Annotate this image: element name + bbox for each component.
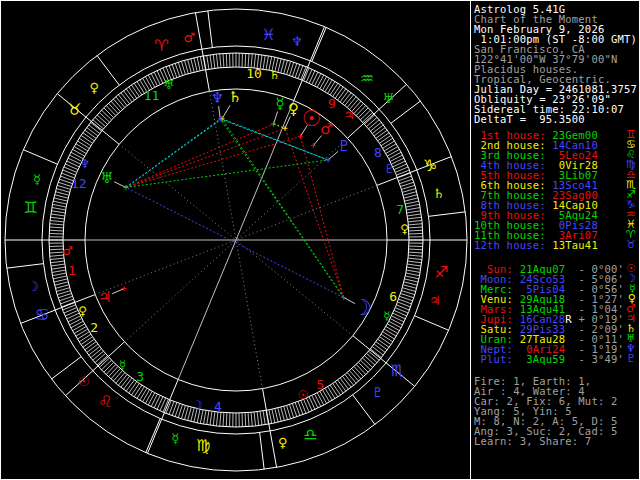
zodiac-sign-icon: ♑ — [423, 156, 437, 175]
axis-line — [178, 240, 236, 379]
planet-pointer — [112, 289, 124, 294]
house-number: 8 — [374, 145, 382, 160]
house-label: 12th house: — [474, 239, 552, 251]
sign-ruler-icon: ♀ — [278, 435, 288, 450]
pluto-icon: ♇ — [337, 137, 350, 155]
cusp-line-inner — [95, 240, 236, 295]
house-number: 4 — [214, 399, 222, 414]
zodiac-sign-icon: ♓ — [261, 25, 275, 44]
square-aspect-line — [126, 124, 274, 187]
mars-icon: ♂ — [320, 120, 333, 138]
sign-ruler-icon: ♂ — [183, 30, 195, 45]
cusp-line-inner — [236, 185, 377, 240]
planet-pointer — [222, 105, 230, 119]
zodiac-sign-icon: ♋ — [35, 305, 49, 324]
sign-ruler-icon: ☽ — [28, 279, 40, 294]
zodiac-sign-icon: ♉ — [67, 100, 81, 119]
opposition-aspect-line — [126, 187, 344, 297]
house-number: 9 — [328, 96, 336, 111]
house-number: 11 — [144, 88, 160, 103]
uranus-icon: ♅ — [100, 169, 113, 187]
cusp-line-inner — [236, 240, 263, 389]
stats-line: Learn: 3, Share: 7 — [474, 436, 636, 446]
planet-pointer — [274, 112, 278, 124]
house-number: 6 — [389, 289, 397, 304]
planet-pointer — [114, 182, 126, 188]
cusp-line-outer — [263, 389, 277, 468]
planet-position-value: 3Aqu59 — [520, 353, 566, 365]
house-number: 5 — [317, 377, 325, 392]
cusp-line-inner — [209, 91, 236, 240]
sun-icon: ☉ — [302, 106, 322, 131]
house-number: 3 — [136, 369, 144, 384]
cusp-line-inner — [119, 144, 236, 240]
zodiac-sign-icon: ♎ — [303, 425, 317, 444]
house-ruler-icon: ♇ — [384, 162, 395, 176]
house-number: 12 — [71, 176, 87, 191]
sign-ruler-icon: ☉ — [78, 374, 90, 389]
zodiac-sign-icon: ♐ — [434, 263, 448, 282]
planet-icon: ♇ — [626, 354, 636, 364]
house-number: 10 — [246, 66, 262, 81]
sign-ruler-icon: ♃ — [429, 293, 441, 308]
sign-ruler-icon: ☿ — [171, 431, 179, 446]
house-ruler-icon: ♀ — [78, 304, 87, 318]
planet-list: Sun: 21Aqu07 - 0°00'☉ Moon: 24Sco53 - 5°… — [474, 264, 636, 364]
sign-ruler-icon: ♄ — [433, 186, 445, 201]
house-ruler-icon: ☽ — [192, 398, 203, 412]
planets: ☉☽☿♀♂♃♄♅♆♇ — [98, 88, 372, 320]
cusp-line-inner — [236, 138, 348, 240]
mercury-icon: ☿ — [275, 95, 284, 113]
chart-wheel: ☉☽☿♀♂♃♄♅♆♇1♂2♀3☿4☽5☉6☿7♀8♇9♃10♄11♅12♆♈♂♉… — [0, 0, 470, 480]
header-line: DeltaT = 95.3500 — [474, 114, 636, 124]
zodiac-sign-icon: ♈ — [154, 36, 168, 55]
element-stats: Fire: 1, Earth: 1,Air : 4, Water: 4Car: … — [474, 376, 636, 446]
house-ruler-icon: ♃ — [344, 108, 355, 122]
house-ruler-icon: ♀ — [400, 222, 409, 236]
zodiac-sign-icon: ♏ — [390, 361, 404, 380]
sign-ruler-icon: ☿ — [33, 172, 41, 187]
house-row: 12th house: 13Tau41♉ — [474, 240, 636, 250]
house-ruler-icon: ♂ — [62, 244, 73, 258]
house-number: 2 — [90, 320, 98, 335]
chart-header: Astrolog 5.41GChart of the MomentMon Feb… — [474, 0, 636, 124]
square-aspect-line — [126, 136, 301, 187]
house-ruler-icon: ♅ — [163, 78, 174, 92]
house-list: 1st house: 23Gem00♊ 2nd house: 14Can10♋ … — [474, 130, 636, 250]
house-cusp-lines — [5, 13, 467, 468]
planet-pointer — [285, 116, 290, 128]
zodiac-sign-icon: ♍ — [196, 436, 210, 455]
trine-aspect-line — [126, 160, 328, 187]
house-number: 1 — [68, 263, 76, 278]
house-cusp-value: 13Tau41 — [552, 239, 598, 251]
zodiac-sign-icon: ♊ — [23, 198, 37, 217]
zodiac-sign-icon: ♒ — [360, 69, 374, 88]
planet-row: Plut: 3Aqu59 - 3°49'♇ — [474, 354, 636, 364]
planet-latitude-value: - 3°49' — [578, 353, 624, 365]
neptune-icon: ♆ — [211, 89, 224, 107]
cusp-line-inner — [236, 240, 353, 336]
house-ruler-icon: ♆ — [80, 157, 91, 171]
sign-ruler-icon: ♅ — [382, 91, 394, 106]
sextile-aspect-line — [126, 119, 220, 187]
moon-icon: ☽ — [352, 295, 372, 320]
trine-aspect-line — [220, 119, 343, 297]
zodiac-sign-icon: ♉ — [626, 240, 636, 250]
jupiter-icon: ♃ — [98, 288, 111, 306]
house-ruler-icon: ☿ — [383, 309, 390, 323]
sign-ruler-icon: ♀ — [89, 80, 99, 95]
cusp-line-outer — [195, 13, 209, 92]
zodiac-sign-icon: ♌ — [98, 392, 112, 411]
sign-ruler-icon: ♆ — [291, 34, 303, 49]
panel-divider — [470, 0, 471, 480]
planet-label: Plut: — [474, 353, 513, 365]
venus-icon: ♀ — [288, 100, 299, 118]
sign-ruler-icon: ♇ — [372, 385, 384, 400]
axis-line — [236, 101, 294, 240]
astrolog-window: ☉☽☿♀♂♃♄♅♆♇1♂2♀3☿4☽5☉6☿7♀8♇9♃10♄11♅12♆♈♂♉… — [0, 0, 640, 480]
house-ruler-icon: ☉ — [298, 388, 309, 402]
cusp-line-inner — [124, 240, 236, 342]
saturn-icon: ♄ — [228, 88, 241, 106]
info-panel: Astrolog 5.41GChart of the MomentMon Feb… — [474, 0, 636, 480]
house-ruler-icon: ☿ — [119, 358, 126, 372]
